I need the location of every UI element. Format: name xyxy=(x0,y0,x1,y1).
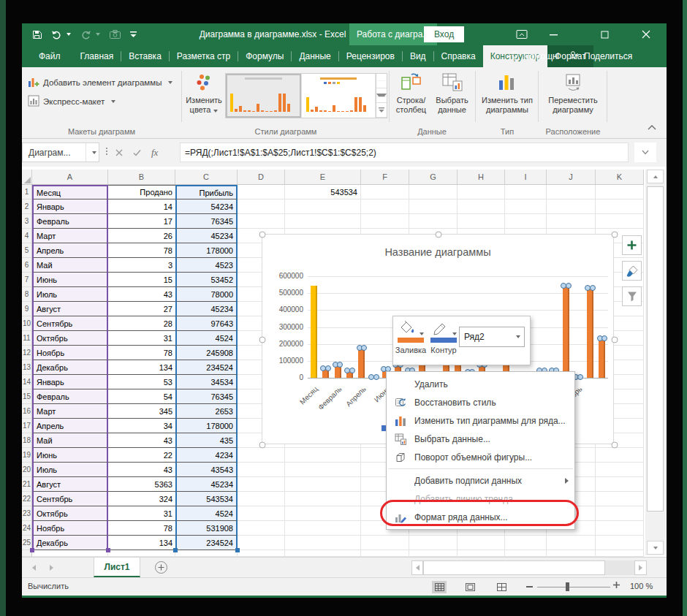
cell-F2[interactable] xyxy=(361,199,409,214)
data-point-handle[interactable] xyxy=(361,345,367,351)
cell-B9[interactable]: 27 xyxy=(108,302,175,316)
column-header-G[interactable]: G xyxy=(409,170,458,185)
outline-color-button[interactable]: Контур xyxy=(428,321,459,354)
cell-K1[interactable] xyxy=(596,185,644,199)
row-header-16[interactable]: 16 xyxy=(22,404,32,419)
cell-B11[interactable]: 31 xyxy=(108,331,175,346)
cell-A4[interactable]: Март xyxy=(32,229,108,243)
fill-color-button[interactable]: Заливка xyxy=(395,321,426,354)
cell-r26[interactable] xyxy=(505,550,547,557)
vertical-scroll-thumb[interactable] xyxy=(647,186,664,512)
column-header-H[interactable]: H xyxy=(458,170,505,185)
column-header-I[interactable]: I xyxy=(505,170,547,185)
cell-B15[interactable]: 54 xyxy=(108,389,175,404)
sign-in-button[interactable]: Вход xyxy=(424,26,464,42)
cell-C6[interactable]: 4523 xyxy=(175,258,238,273)
cell-K2[interactable] xyxy=(596,199,644,214)
cell-B14[interactable]: 53 xyxy=(108,375,175,389)
formula-input[interactable]: =РЯД(;Лист1!$A$1:$A$25;Лист1!$C$1:$C$25;… xyxy=(180,142,629,162)
cell-B4[interactable]: 26 xyxy=(108,229,175,243)
gallery-up-icon[interactable] xyxy=(376,74,387,88)
cell-B19[interactable]: 22 xyxy=(108,448,175,463)
cell-J25[interactable] xyxy=(547,536,596,550)
chart-bar-series2[interactable] xyxy=(587,288,593,378)
cell-B10[interactable]: 28 xyxy=(108,316,175,331)
cell-r26[interactable] xyxy=(547,550,596,557)
redo-icon[interactable] xyxy=(80,30,100,39)
cell-C1[interactable]: Прибыль xyxy=(175,185,238,199)
row-header-12[interactable]: 12 xyxy=(22,346,32,360)
column-header-C[interactable]: C xyxy=(175,170,238,185)
cell-H3[interactable] xyxy=(458,214,505,229)
chart-selection-handle[interactable] xyxy=(612,442,618,449)
cell-K21[interactable] xyxy=(596,477,644,492)
help-item[interactable]: Помощн xyxy=(510,45,558,67)
select-all-corner[interactable] xyxy=(22,170,32,185)
cell-C3[interactable]: 76345 xyxy=(175,214,238,229)
cell-C2[interactable]: 54234 xyxy=(175,199,238,214)
data-point-handle[interactable] xyxy=(601,335,607,341)
column-header-J[interactable]: J xyxy=(547,170,596,185)
cell-r26[interactable] xyxy=(285,550,361,557)
cell-D1[interactable] xyxy=(238,185,285,199)
row-header-10[interactable]: 10 xyxy=(22,316,32,331)
add-sheet-button[interactable] xyxy=(155,561,167,574)
cell-I1[interactable] xyxy=(505,185,547,199)
cell-r26[interactable] xyxy=(108,550,175,557)
cell-A24[interactable]: Ноябрь xyxy=(32,521,108,536)
cell-A5[interactable]: Апрель xyxy=(32,243,108,258)
ribbon-tab-Справка[interactable]: Справка xyxy=(434,45,483,67)
cell-r26[interactable] xyxy=(596,550,644,557)
sheet-tab-list1[interactable]: Лист1 xyxy=(94,558,140,577)
chart-style-thumbnail-2[interactable] xyxy=(302,74,376,118)
cell-B2[interactable]: 14 xyxy=(108,199,175,214)
cell-E21[interactable] xyxy=(285,477,361,492)
row-header-8[interactable]: 8 xyxy=(22,287,32,302)
cell-A3[interactable]: Февраль xyxy=(32,214,108,229)
cell-C19[interactable]: 4234 xyxy=(175,448,238,463)
menu-item-удалить[interactable]: Удалить xyxy=(387,375,574,393)
cell-C23[interactable]: 4524 xyxy=(175,506,238,521)
row-header-17[interactable]: 17 xyxy=(22,419,32,433)
chart-selection-handle[interactable] xyxy=(259,337,266,343)
chart-selection-handle[interactable] xyxy=(436,232,442,238)
cell-F1[interactable] xyxy=(361,185,409,199)
camera-icon[interactable] xyxy=(110,30,121,39)
cell-C7[interactable]: 53452 xyxy=(175,273,238,287)
cell-A7[interactable]: Июнь xyxy=(32,273,108,287)
cell-r26[interactable] xyxy=(175,550,238,557)
cell-r26[interactable] xyxy=(32,550,108,557)
sheet-nav-left-icon[interactable] xyxy=(32,565,36,571)
data-point-handle[interactable] xyxy=(577,374,583,380)
cell-D19[interactable] xyxy=(238,448,285,463)
hscroll-right-icon[interactable] xyxy=(634,560,647,575)
cell-D25[interactable] xyxy=(238,536,285,550)
data-point-handle[interactable] xyxy=(373,374,379,380)
ribbon-tab-Формулы[interactable]: Формулы xyxy=(238,45,291,67)
chart-selection-handle[interactable] xyxy=(612,232,618,238)
menu-item-поворотобъемнойфигуры[interactable]: Поворот объемной фигуры... xyxy=(387,448,574,466)
zoom-percentage[interactable]: 100 % xyxy=(630,582,653,590)
name-box-dropdown-icon[interactable] xyxy=(86,143,99,161)
horizontal-scroll-thumb[interactable] xyxy=(423,560,605,575)
cell-F3[interactable] xyxy=(361,214,409,229)
page-layout-view-button[interactable] xyxy=(463,581,477,593)
chart-title[interactable]: Название диаграммы xyxy=(262,246,613,258)
ribbon-tab-Главная[interactable]: Главная xyxy=(73,45,121,67)
cell-A8[interactable]: Июль xyxy=(32,287,108,302)
column-header-A[interactable]: A xyxy=(32,170,108,185)
change-colors-button[interactable]: Изменить цвета xyxy=(184,72,224,115)
cell-H25[interactable] xyxy=(458,536,505,550)
cell-E2[interactable] xyxy=(285,199,361,214)
cell-B8[interactable]: 43 xyxy=(108,287,175,302)
expand-formula-bar-icon[interactable] xyxy=(634,142,656,162)
cell-C14[interactable]: 34534 xyxy=(175,375,238,389)
save-icon[interactable] xyxy=(32,30,42,39)
cell-I25[interactable] xyxy=(505,536,547,550)
cell-A6[interactable]: Май xyxy=(32,258,108,273)
cell-K19[interactable] xyxy=(596,448,644,463)
minimize-button[interactable] xyxy=(550,23,558,45)
undo-icon[interactable] xyxy=(51,30,71,39)
confirm-entry-icon[interactable] xyxy=(133,146,141,159)
sheet-nav-right-icon[interactable] xyxy=(50,565,53,571)
